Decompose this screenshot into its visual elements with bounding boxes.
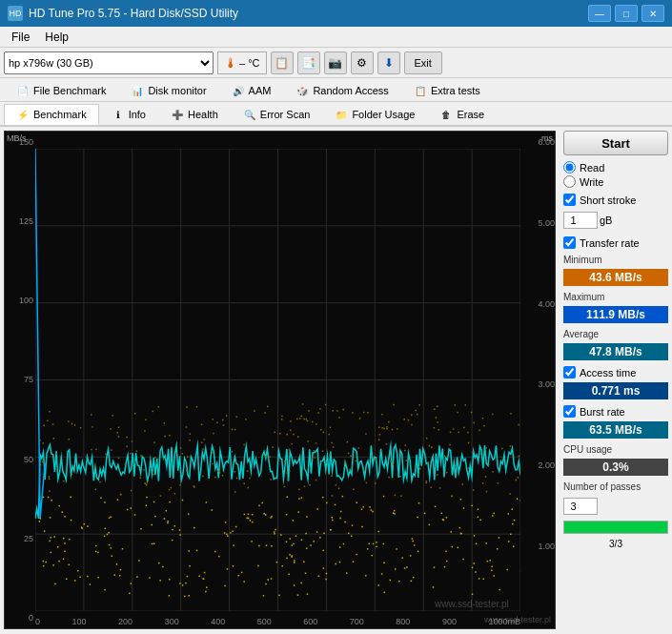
transfer-rate-checkbox[interactable] bbox=[563, 236, 576, 249]
y-left-label-4: 50 bbox=[5, 455, 35, 464]
read-label: Read bbox=[580, 162, 604, 174]
tab-health[interactable]: ➕ Health bbox=[158, 104, 231, 125]
x-label-7: 700 bbox=[350, 617, 364, 626]
x-label-2: 200 bbox=[118, 617, 132, 626]
maximum-value: 111.9 MB/s bbox=[563, 306, 668, 323]
tab-aam[interactable]: 🔊 AAM bbox=[219, 80, 284, 101]
y-left-label-2: 100 bbox=[5, 296, 35, 305]
chart-canvas bbox=[35, 149, 520, 611]
maximum-label: Maximum bbox=[563, 292, 668, 302]
watermark: www.ssd-tester.pl bbox=[484, 615, 551, 624]
x-label-6: 600 bbox=[303, 617, 317, 626]
y-axis-right: 6.00 5.00 4.00 3.00 2.00 1.00 bbox=[520, 132, 555, 628]
title-bar: HD HD Tune Pro 5.75 - Hard Disk/SSD Util… bbox=[0, 0, 672, 27]
read-radio-label[interactable]: Read bbox=[563, 161, 668, 174]
tab-file-benchmark[interactable]: 📄 File Benchmark bbox=[4, 80, 118, 101]
progress-bar-container bbox=[563, 521, 668, 534]
cpu-usage-value: 0.3% bbox=[563, 459, 668, 476]
short-stroke-checkbox[interactable] bbox=[563, 194, 576, 206]
main-content: MB/s ms 150 125 100 75 50 25 0 6.00 5.00… bbox=[0, 127, 672, 633]
camera-btn[interactable]: 📷 bbox=[324, 51, 347, 74]
toolbar: hp x796w (30 GB) 🌡 – °C 📋 📑 📷 ⚙ ⬇ Exit bbox=[0, 48, 672, 78]
access-time-checkbox[interactable] bbox=[563, 366, 576, 378]
progress-text: 3/3 bbox=[563, 539, 668, 549]
write-radio-label[interactable]: Write bbox=[563, 175, 668, 188]
cpu-usage-label: CPU usage bbox=[563, 444, 668, 455]
tab-benchmark[interactable]: ⚡ Benchmark bbox=[4, 104, 99, 125]
start-button[interactable]: Start bbox=[563, 131, 668, 155]
maximize-button[interactable]: □ bbox=[615, 5, 638, 22]
folder-usage-icon: 📁 bbox=[335, 108, 348, 121]
tabs-top: 📄 File Benchmark 📊 Disk monitor 🔊 AAM 🎲 … bbox=[0, 78, 672, 102]
info-icon: ℹ bbox=[112, 108, 125, 121]
burst-rate-label[interactable]: Burst rate bbox=[563, 405, 668, 418]
short-stroke-label[interactable]: Short stroke bbox=[563, 194, 668, 206]
chart-area: MB/s ms 150 125 100 75 50 25 0 6.00 5.00… bbox=[4, 131, 556, 629]
file-benchmark-icon: 📄 bbox=[16, 84, 30, 97]
burst-rate-value: 63.5 MB/s bbox=[563, 421, 668, 439]
tab-disk-monitor[interactable]: 📊 Disk monitor bbox=[118, 80, 218, 101]
disk-select[interactable]: hp x796w (30 GB) bbox=[4, 51, 214, 74]
x-axis: 0 100 200 300 400 500 600 700 800 900 10… bbox=[35, 617, 520, 628]
short-stroke-spin: gB bbox=[563, 212, 668, 229]
right-panel: Start Read Write Short stroke gB Transfe… bbox=[560, 127, 672, 633]
tab-extra-tests[interactable]: 📋 Extra tests bbox=[401, 80, 493, 101]
passes-input[interactable] bbox=[563, 498, 598, 515]
menu-file[interactable]: File bbox=[4, 29, 37, 46]
random-access-icon: 🎲 bbox=[295, 84, 309, 97]
tab-info[interactable]: ℹ Info bbox=[99, 104, 158, 125]
app-icon: HD bbox=[8, 6, 23, 21]
y-right-label-4: 2.00 bbox=[538, 460, 555, 470]
copy-btn[interactable]: 📑 bbox=[297, 51, 320, 74]
y-left-label-6: 0 bbox=[5, 613, 35, 623]
app-title: HD Tune Pro 5.75 - Hard Disk/SSD Utility bbox=[29, 7, 588, 20]
menu-help[interactable]: Help bbox=[37, 29, 76, 46]
y-left-label-5: 25 bbox=[5, 534, 35, 543]
minimum-label: Minimum bbox=[563, 255, 668, 265]
access-time-label[interactable]: Access time bbox=[563, 366, 668, 378]
transfer-rate-label[interactable]: Transfer rate bbox=[563, 236, 668, 249]
write-radio[interactable] bbox=[563, 175, 576, 188]
short-stroke-input[interactable] bbox=[563, 212, 598, 229]
exit-button[interactable]: Exit bbox=[404, 51, 442, 74]
chart-canvas-area bbox=[35, 149, 520, 611]
download-btn[interactable]: ⬇ bbox=[377, 51, 400, 74]
benchmark-icon: ⚡ bbox=[16, 108, 30, 121]
health-icon: ➕ bbox=[171, 108, 184, 121]
close-button[interactable]: ✕ bbox=[641, 5, 664, 22]
burst-rate-checkbox[interactable] bbox=[563, 405, 576, 418]
tab-folder-usage[interactable]: 📁 Folder Usage bbox=[322, 104, 427, 125]
y-left-label-3: 75 bbox=[5, 375, 35, 384]
average-value: 47.8 MB/s bbox=[563, 343, 668, 360]
temperature-value: – °C bbox=[239, 57, 260, 69]
read-radio[interactable] bbox=[563, 161, 576, 174]
y-axis-left: 150 125 100 75 50 25 0 bbox=[5, 132, 35, 628]
settings-btn[interactable]: ⚙ bbox=[351, 51, 374, 74]
number-of-passes-label: Number of passes bbox=[563, 481, 668, 492]
passes-spin-group bbox=[563, 498, 668, 515]
info-btn[interactable]: 📋 bbox=[271, 51, 294, 74]
short-stroke-unit: gB bbox=[600, 215, 612, 226]
x-label-9: 900 bbox=[442, 617, 457, 626]
tab-erase[interactable]: 🗑 Erase bbox=[427, 104, 497, 125]
y-right-label-5: 1.00 bbox=[538, 542, 555, 551]
progress-bar-fill bbox=[564, 522, 667, 533]
y-right-label-0: 6.00 bbox=[538, 137, 555, 147]
minimize-button[interactable]: — bbox=[588, 5, 611, 22]
x-label-1: 100 bbox=[72, 617, 87, 626]
x-label-3: 300 bbox=[165, 617, 179, 626]
minimum-value: 43.6 MB/s bbox=[563, 269, 668, 286]
disk-monitor-icon: 📊 bbox=[131, 84, 144, 97]
x-label-0: 0 bbox=[35, 617, 40, 626]
y-left-label-1: 125 bbox=[5, 216, 35, 226]
x-label-4: 400 bbox=[211, 617, 225, 626]
aam-icon: 🔊 bbox=[232, 84, 245, 97]
menu-bar: File Help bbox=[0, 27, 672, 48]
temperature-display: 🌡 – °C bbox=[217, 51, 267, 74]
tab-random-access[interactable]: 🎲 Random Access bbox=[283, 80, 400, 101]
x-label-5: 500 bbox=[257, 617, 272, 626]
x-label-8: 800 bbox=[396, 617, 410, 626]
y-right-label-2: 4.00 bbox=[538, 299, 555, 309]
window-controls: — □ ✕ bbox=[588, 5, 664, 22]
tab-error-scan[interactable]: 🔍 Error Scan bbox=[231, 104, 323, 125]
